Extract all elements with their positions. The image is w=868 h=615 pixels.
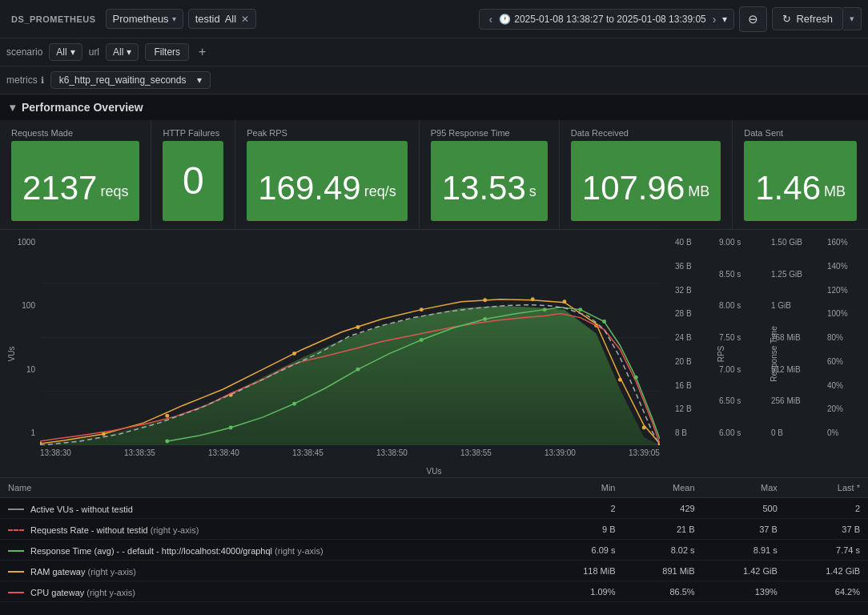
series-min: 2 bbox=[544, 498, 623, 519]
x-axis-labels: 13:38:3013:38:3513:38:4013:38:4513:38:50… bbox=[40, 445, 660, 477]
time-prev-button[interactable]: ‹ bbox=[486, 13, 496, 26]
time-nav: ‹ 🕐 2025-01-08 13:38:27 to 2025-01-08 13… bbox=[479, 9, 735, 30]
svg-point-21 bbox=[229, 426, 233, 430]
svg-point-26 bbox=[543, 308, 547, 312]
stat-card-title: P95 Response Time bbox=[431, 128, 548, 138]
table-row: Active VUs - without testid 2 429 500 2 bbox=[0, 498, 868, 519]
x-axis-label: VUs bbox=[427, 467, 442, 477]
svg-point-10 bbox=[292, 352, 296, 356]
svg-point-13 bbox=[483, 298, 487, 302]
refresh-icon: ↻ bbox=[782, 13, 791, 25]
series-mean: 891 MiB bbox=[624, 561, 703, 581]
x-axis-tick: 13:39:05 bbox=[629, 448, 660, 457]
stat-card-4: Data Received 107.96 MB bbox=[560, 120, 733, 229]
y-axis-right-rt: 9.00 s 8.50 s 8.00 s 7.50 s 7.00 s 6.50 … bbox=[716, 230, 764, 445]
series-name: Requests Rate - without testid (right y-… bbox=[0, 519, 544, 540]
testid-chip[interactable]: testid All ✕ bbox=[188, 9, 257, 29]
stat-card-2: Peak RPS 169.49 req/s bbox=[235, 120, 420, 229]
chevron-down-icon-time: ▾ bbox=[722, 14, 727, 25]
stat-card-value: 107.96 bbox=[582, 171, 685, 205]
svg-point-25 bbox=[483, 317, 487, 321]
stat-card-unit: MB bbox=[824, 183, 846, 205]
svg-point-17 bbox=[618, 378, 622, 382]
y-axis-left: 1000 100 10 1 bbox=[0, 230, 40, 445]
series-min: 118 MiB bbox=[544, 561, 623, 581]
series-min: 1.09% bbox=[544, 581, 623, 602]
series-name: CPU gateway (right y-axis) bbox=[0, 581, 544, 602]
stat-card-title: HTTP Failures bbox=[163, 128, 223, 138]
series-mean: 8.02 s bbox=[624, 540, 703, 561]
series-name: RAM gateway (right y-axis) bbox=[0, 561, 544, 581]
ds-label: DS_PROMETHEUS bbox=[6, 14, 101, 24]
x-axis-tick: 13:38:40 bbox=[208, 448, 239, 457]
series-min: 9 B bbox=[544, 519, 623, 540]
top-bar: DS_PROMETHEUS Prometheus ▾ testid All ✕ … bbox=[0, 0, 868, 38]
scenario-label: scenario bbox=[6, 46, 42, 58]
stat-card-5: Data Sent 1.46 MB bbox=[733, 120, 868, 229]
svg-marker-5 bbox=[40, 306, 660, 445]
stat-card-value: 169.49 bbox=[258, 171, 360, 205]
svg-point-15 bbox=[562, 299, 566, 303]
series-line-indicator bbox=[8, 508, 24, 510]
x-axis-tick: 13:38:50 bbox=[376, 448, 408, 457]
url-select[interactable]: All ▾ bbox=[106, 43, 139, 61]
metrics-select[interactable]: k6_http_req_waiting_seconds ▾ bbox=[50, 71, 211, 89]
stat-card-title: Peak RPS bbox=[247, 128, 408, 138]
svg-point-18 bbox=[642, 426, 646, 430]
series-mean: 21 B bbox=[624, 519, 703, 540]
refresh-dropdown-button[interactable]: ▾ bbox=[843, 7, 862, 30]
series-min: 6.09 s bbox=[544, 540, 623, 561]
stat-card-3: P95 Response Time 13.53 s bbox=[420, 120, 560, 229]
time-next-button[interactable]: › bbox=[709, 13, 720, 26]
stat-card-1: HTTP Failures 0 bbox=[151, 120, 235, 229]
stat-card-value: 13.53 bbox=[442, 171, 526, 205]
table-row: RAM gateway (right y-axis) 118 MiB 891 M… bbox=[0, 561, 868, 581]
series-line-indicator bbox=[8, 550, 24, 552]
y-axis-right-pct: 160% 140% 120% 100% 80% 60% 40% 20% 0% bbox=[824, 230, 868, 445]
svg-point-22 bbox=[292, 402, 296, 406]
metrics-label: metrics ℹ bbox=[6, 74, 44, 86]
close-icon[interactable]: ✕ bbox=[241, 14, 249, 25]
series-last: 37 B bbox=[786, 519, 868, 540]
x-axis-tick: 13:38:30 bbox=[40, 448, 71, 457]
x-axis-tick: 13:38:45 bbox=[292, 448, 323, 457]
scenario-select[interactable]: All ▾ bbox=[49, 43, 82, 61]
x-axis-tick: 13:38:35 bbox=[124, 448, 155, 457]
series-max: 37 B bbox=[703, 519, 786, 540]
stat-card-value-area: 0 bbox=[163, 141, 223, 221]
series-mean: 429 bbox=[624, 498, 703, 519]
col-max: Max bbox=[703, 478, 786, 498]
series-line-indicator bbox=[8, 592, 24, 593]
collapse-icon: ▾ bbox=[10, 101, 15, 114]
series-name: Active VUs - without testid bbox=[0, 498, 544, 519]
datasource-dropdown[interactable]: Prometheus ▾ bbox=[106, 9, 183, 29]
stat-cards: Requests Made 2137 reqs HTTP Failures 0 … bbox=[0, 120, 868, 230]
col-last: Last * bbox=[786, 478, 868, 498]
series-last: 1.42 GiB bbox=[786, 561, 868, 581]
svg-point-20 bbox=[165, 440, 169, 444]
stat-card-value-area: 13.53 s bbox=[431, 141, 548, 221]
stat-card-value: 2137 bbox=[22, 171, 97, 205]
stat-card-0: Requests Made 2137 reqs bbox=[0, 120, 151, 229]
stat-card-value: 0 bbox=[183, 162, 204, 200]
stat-card-value-area: 1.46 MB bbox=[744, 141, 857, 221]
svg-point-23 bbox=[356, 368, 360, 372]
stat-card-value: 1.46 bbox=[755, 171, 821, 205]
stat-card-title: Data Sent bbox=[744, 128, 857, 138]
chart-svg bbox=[40, 230, 660, 445]
col-min: Min bbox=[544, 478, 623, 498]
chevron-down-icon: ▾ bbox=[127, 46, 131, 58]
section-title: Performance Overview bbox=[22, 101, 143, 114]
stat-card-unit: MB bbox=[688, 183, 709, 205]
refresh-button[interactable]: ↻ Refresh bbox=[772, 7, 843, 30]
add-filter-button[interactable]: + bbox=[195, 45, 209, 59]
section-header[interactable]: ▾ Performance Overview bbox=[0, 94, 868, 120]
svg-point-8 bbox=[165, 414, 169, 418]
chart-svg-area bbox=[40, 230, 660, 445]
url-label: url bbox=[89, 46, 99, 58]
filters-button[interactable]: Filters bbox=[145, 43, 189, 61]
clock-icon: 🕐 bbox=[499, 14, 511, 25]
zoom-out-button[interactable]: ⊖ bbox=[739, 6, 767, 32]
x-axis-tick: 13:39:00 bbox=[545, 448, 576, 457]
series-max: 500 bbox=[703, 498, 786, 519]
